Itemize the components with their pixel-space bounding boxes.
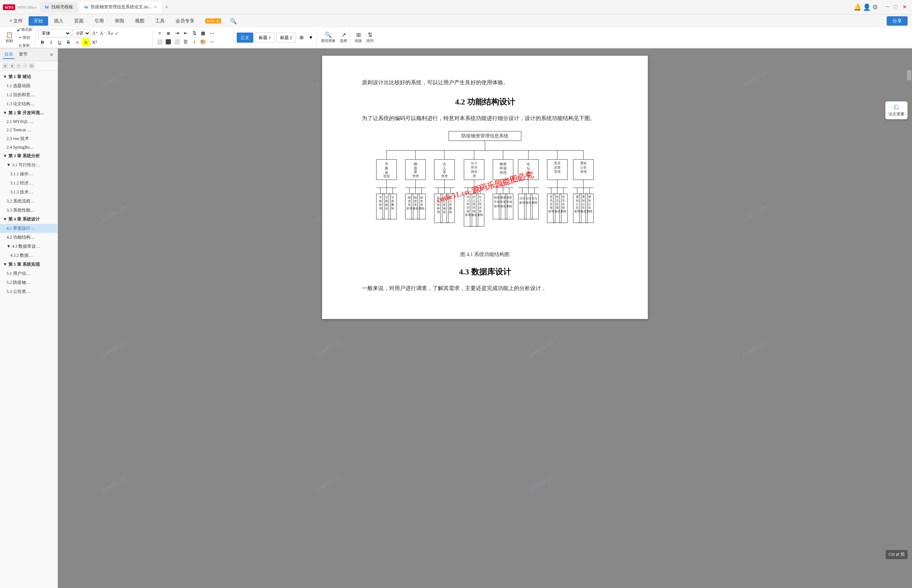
align-justify-btn[interactable]: ☰ [182,38,190,46]
shading-btn[interactable]: 🎨 [199,38,207,46]
nav-add-btn[interactable]: + [16,63,21,69]
find-replace-btn[interactable]: 🔍 查找替换 [319,30,337,45]
sidebar-item-3-1[interactable]: ▼ 3.1 可行性分… [0,161,58,170]
sidebar-item-3-2[interactable]: 3.2 系统流程… [0,197,58,206]
select-btn[interactable]: ↗ 选择 [339,30,348,45]
nav-refresh-btn[interactable]: ⊙ [28,63,35,69]
new-tab-btn[interactable]: + [165,4,168,10]
maximize-btn[interactable]: □ [893,4,900,10]
copy-btn[interactable]: ⎘ 复制 [15,42,34,48]
style-heading2-btn[interactable]: 标题 2 [276,32,296,43]
sidebar-item-2-2[interactable]: 2.2 Tomcat … [0,126,58,134]
sort-btn[interactable]: ⇅ [190,29,198,37]
nav-down-btn[interactable]: ∨ [2,63,8,69]
nav-up-btn[interactable]: ∧ [9,63,15,69]
style-normal-btn[interactable]: 正文 [237,32,253,43]
tab-find-template[interactable]: W 找稿壳模板 [40,2,78,13]
nav-remove-btn[interactable]: − [22,63,28,69]
lang-toggle-btn[interactable]: CH ⇄ 简 [886,550,908,559]
sidebar-item-5-2[interactable]: 5.2 防疫物… [0,278,58,287]
sidebar-item-4-3[interactable]: ▼ 4.3 数据库设… [0,242,58,251]
sidebar-item-ch1[interactable]: ▼ 第 1 章 绪论 [0,72,58,81]
more-styles-btn[interactable]: ⊞ [298,34,305,42]
sidebar-tab-toc[interactable]: 目录 [3,51,15,59]
sidebar-item-3-1-3[interactable]: 3.1.3 技术… [0,188,58,197]
scroll-indicator[interactable] [907,70,911,80]
float-paper-check-btn[interactable]: G 论文查重 [885,101,908,120]
line-spacing-btn[interactable]: ↕ [190,38,198,46]
settings-icon[interactable]: ⚙ [872,3,878,11]
sidebar-item-1-3[interactable]: 1.3 论文结构… [0,99,58,108]
font-color-btn[interactable]: A [73,38,81,46]
sidebar-item-4-3-2[interactable]: 4.3.2 数据… [0,251,58,260]
align-center-btn[interactable]: ⬛ [164,38,172,46]
notification-icon[interactable]: 🔔 [854,3,861,11]
align-right-btn[interactable]: ⬜ [173,38,181,46]
tab-close-btn[interactable]: ✕ [154,5,157,10]
sidebar-item-2-1[interactable]: 2.1 MYSQL … [0,118,58,126]
sidebar-close-btn[interactable]: ✕ [49,52,55,58]
indent-decrease-btn[interactable]: ⇤ [182,29,190,37]
cut-btn[interactable]: ✂ 剪切 [15,34,34,41]
font-name-select[interactable]: 宋体 [38,29,71,37]
list-bullet-btn[interactable]: ≡ [156,29,164,37]
menu-file[interactable]: ≡ 文件 [4,16,28,26]
sidebar-item-1-1[interactable]: 1.1 选题动因 [0,81,58,90]
style-heading1-btn[interactable]: 标题 1 [255,32,275,43]
font-size-select[interactable]: 小四 [72,29,91,37]
sort-arrange-btn[interactable]: ⇅ 排列 [365,30,375,45]
paste-btn[interactable]: 📋 粘贴 [4,30,15,45]
italic-btn[interactable]: I [47,38,55,46]
sidebar-item-3-1-2[interactable]: 3.1.2 经济… [0,179,58,188]
align-left-btn[interactable]: ⬜ [156,38,164,46]
underline-btn[interactable]: U [56,38,64,46]
highlight-btn[interactable]: A [82,38,90,46]
bold-btn[interactable]: B [38,38,46,46]
menu-ai[interactable]: WPS AI [200,17,226,25]
format-brush-btn[interactable]: 🖌 格式刷 [15,27,34,33]
indent-increase-btn[interactable]: ⇥ [173,29,181,37]
svg-text:理: 理 [473,174,476,178]
sidebar-item-3-1-1[interactable]: 3.1.1 操作… [0,170,58,179]
decrease-font-btn[interactable]: A⁻ [99,31,106,37]
para-extra-btn[interactable]: ⋯ [208,29,216,37]
sidebar-item-5-1[interactable]: 5.1 用户信… [0,269,58,278]
account-icon[interactable]: 👤 [863,3,871,11]
close-btn[interactable]: ✕ [901,4,909,10]
sidebar-item-ch4[interactable]: ▼ 第 4 章 系统设计 [0,215,58,224]
sidebar-tab-chapter[interactable]: 章节 [17,51,29,59]
sidebar-item-ch3[interactable]: ▼ 第 3 章 系统分析 [0,152,58,161]
border-btn[interactable]: ▦ [199,29,207,37]
font-clear-btn[interactable]: Aa [107,31,113,36]
sidebar-item-4-2[interactable]: 4.2 功能结构… [0,233,58,242]
sidebar-item-ch2[interactable]: ▼ 第 2 章 开发环境… [0,108,58,118]
para-extra2-btn[interactable]: ⋯ [208,38,216,46]
styles-panel-btn[interactable]: ▼ [307,34,315,42]
menu-view[interactable]: 视图 [130,16,149,26]
increase-font-btn[interactable]: A⁺ [92,31,98,37]
minimize-btn[interactable]: ─ [884,4,892,10]
font-extra-btn[interactable]: ✓ [115,31,119,37]
sidebar-item-ch5[interactable]: ▼ 第 5 章 系统实现 [0,260,58,269]
menu-page[interactable]: 页面 [69,16,89,26]
sidebar-item-1-2[interactable]: 1.2 目的和意… [0,90,58,99]
tab-document[interactable]: W 防疫物资管理信息系统论文.do... ✕ [79,2,161,13]
sidebar-item-4-1[interactable]: 4.1 界面设计… [0,224,58,233]
strikethrough-btn[interactable]: S̶ [65,38,72,46]
menu-tools[interactable]: 工具 [150,16,170,26]
sidebar-item-5-3[interactable]: 5.3 公告类… [0,287,58,296]
menu-review[interactable]: 审阅 [110,16,129,26]
list-number-btn[interactable]: ≣ [164,29,172,37]
menu-insert[interactable]: 插入 [49,16,68,26]
sidebar-item-2-4[interactable]: 2.4 SpringBo… [0,143,58,152]
search-icon[interactable]: 🔍 [230,18,237,24]
share-btn[interactable]: 分享 [887,16,908,26]
sidebar-item-3-3[interactable]: 3.3 系统性能… [0,206,58,215]
menu-vip[interactable]: 会员专享 [170,16,199,26]
layout-btn[interactable]: ⊞ 排版 [353,30,363,45]
sidebar-item-2-3[interactable]: 2.3 vue 技术 [0,134,58,143]
superscript-btn[interactable]: X² [91,38,99,46]
menu-home[interactable]: 开始 [29,16,48,26]
doc-area[interactable]: code51.cn code51.cn code51.cn code51.cn … [58,48,912,588]
menu-reference[interactable]: 引用 [89,16,109,26]
